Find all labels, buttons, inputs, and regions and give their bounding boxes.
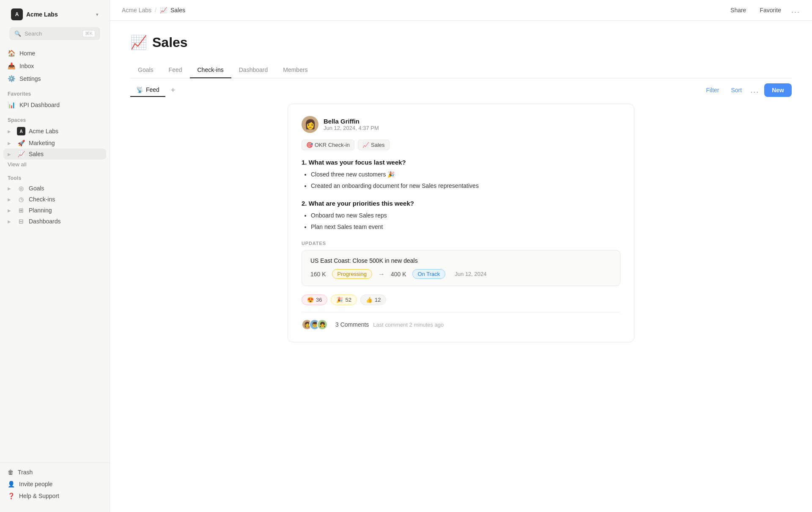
chevron-planning-icon: ▶ — [8, 208, 14, 213]
sidebar-item-home-label: Home — [19, 50, 35, 57]
sidebar-item-dashboards[interactable]: ▶ ⊟ Dashboards — [3, 216, 106, 227]
progress-end: 400 K — [391, 271, 406, 278]
sidebar-item-inbox[interactable]: 📥 Inbox — [3, 60, 106, 72]
tag-sales[interactable]: 📈 Sales — [358, 140, 390, 150]
reaction-celebrate-button[interactable]: 🎉 52 — [331, 295, 357, 305]
chevron-dashboards-icon: ▶ — [8, 219, 14, 224]
sidebar-item-sales[interactable]: ▶ 📈 Sales — [3, 149, 106, 160]
progress-start: 160 K — [310, 271, 326, 278]
search-placeholder: Search — [25, 30, 79, 37]
chevron-acme-labs-icon: ▶ — [8, 129, 14, 134]
dashboards-icon: ⊟ — [17, 218, 25, 225]
sidebar-item-kpi-dashboard[interactable]: 📊 KPI Dashboard — [3, 99, 106, 111]
sidebar-item-home[interactable]: 🏠 Home — [3, 47, 106, 60]
reaction-thumbsup-count: 12 — [375, 297, 381, 303]
tag-okr-emoji: 🎯 — [306, 142, 313, 148]
question-2-block: 2. What are your priorities this week? O… — [302, 200, 620, 231]
add-tab-button[interactable]: + — [167, 84, 179, 96]
spaces-nav: ▶ A Acme Labs ▶ 🚀 Marketing ▶ 📈 Sales — [0, 125, 110, 160]
page-header: 📈 Sales — [130, 34, 792, 50]
tab-members[interactable]: Members — [275, 62, 315, 78]
favorite-button[interactable]: Favorite — [756, 5, 785, 15]
comments-link[interactable]: 3 Comments — [335, 321, 369, 328]
question-1-title: 1. What was your focus last week? — [302, 159, 620, 166]
breadcrumb-page: Sales — [170, 7, 185, 14]
topbar: Acme Labs / 📈 Sales Share Favorite ... — [110, 0, 812, 21]
question-1-block: 1. What was your focus last week? Closed… — [302, 159, 620, 190]
tab-goals[interactable]: Goals — [130, 62, 161, 78]
topbar-actions: Share Favorite ... — [727, 5, 800, 15]
list-item: Created an onboarding document for new S… — [311, 182, 620, 190]
new-button[interactable]: New — [764, 83, 792, 97]
sidebar-item-help-support[interactable]: ❓ Help & Support — [3, 490, 106, 502]
feed-tab-icon: 📡 — [136, 86, 143, 93]
tag-sales-label: Sales — [371, 142, 385, 148]
update-progress: 160 K Progressing → 400 K On Track Jun 1… — [310, 269, 612, 279]
sidebar-item-trash[interactable]: 🗑 Trash — [3, 466, 106, 478]
inbox-icon: 📥 — [8, 62, 15, 70]
sidebar-item-planning[interactable]: ▶ ⊞ Planning — [3, 205, 106, 216]
sidebar-item-checkins[interactable]: ▶ ◷ Check-ins — [3, 194, 106, 205]
tag-okr-label: OKR Check-in — [315, 142, 350, 148]
search-bar[interactable]: 🔍 Search ⌘K — [9, 27, 100, 40]
sidebar: A Acme Labs ▾ 🔍 Search ⌘K 🏠 Home 📥 Inbox… — [0, 0, 110, 512]
chart-icon: 📊 — [8, 101, 15, 109]
search-icon: 🔍 — [14, 30, 21, 37]
sidebar-item-settings-label: Settings — [19, 75, 41, 82]
share-button[interactable]: Share — [727, 5, 749, 15]
comments-section: 👩 👦 👧 3 Comments Last comment 2 minutes … — [302, 312, 620, 330]
progress-date: Jun 12, 2024 — [455, 271, 486, 277]
tag-okr-checkin[interactable]: 🎯 OKR Check-in — [302, 140, 354, 150]
invite-label: Invite people — [19, 481, 52, 487]
more-options-icon[interactable]: ... — [791, 6, 800, 15]
invite-icon: 👤 — [8, 481, 15, 487]
update-item: US East Coast: Close 500K in new deals 1… — [302, 250, 620, 286]
feed-tab[interactable]: 📡 Feed — [130, 83, 165, 97]
workspace-name: Acme Labs — [26, 11, 93, 18]
updates-section: UPDATES US East Coast: Close 500K in new… — [302, 241, 620, 286]
status-badge-progressing: Progressing — [332, 269, 372, 279]
main-content: Acme Labs / 📈 Sales Share Favorite ... 📈… — [110, 0, 812, 512]
page-title: Sales — [152, 35, 188, 50]
subtoolbar: 📡 Feed + Filter Sort ... New — [130, 78, 792, 97]
settings-icon: ⚙️ — [8, 75, 15, 83]
view-all-spaces[interactable]: View all — [0, 160, 110, 169]
goals-label: Goals — [29, 185, 44, 192]
checkins-icon: ◷ — [17, 196, 25, 203]
workspace-chevron-icon: ▾ — [96, 12, 99, 17]
trash-label: Trash — [18, 469, 33, 476]
breadcrumb-separator: / — [155, 7, 156, 14]
sidebar-item-invite-people[interactable]: 👤 Invite people — [3, 478, 106, 490]
sidebar-item-goals[interactable]: ▶ ◎ Goals — [3, 183, 106, 194]
sort-button[interactable]: Sort — [728, 85, 746, 95]
breadcrumb: Acme Labs / 📈 Sales — [122, 7, 185, 14]
workspace-header[interactable]: A Acme Labs ▾ — [7, 5, 103, 24]
reaction-celebrate-count: 52 — [345, 297, 351, 303]
reaction-thumbsup-button[interactable]: 👍 12 — [360, 295, 386, 305]
sidebar-item-marketing[interactable]: ▶ 🚀 Marketing — [3, 138, 106, 149]
sidebar-item-acme-labs[interactable]: ▶ A Acme Labs — [3, 125, 106, 138]
list-item: Onboard two new Sales reps — [311, 211, 620, 220]
updates-label: UPDATES — [302, 241, 620, 246]
reaction-love-button[interactable]: 😍 36 — [302, 295, 327, 305]
tools-label: Tools — [0, 169, 110, 183]
question-2-title: 2. What are your priorities this week? — [302, 200, 620, 207]
chevron-checkins-icon: ▶ — [8, 197, 14, 202]
author-avatar: 👩 — [302, 116, 318, 133]
author-name: Bella Griffin — [324, 118, 379, 125]
comment-avatar-3: 👧 — [317, 319, 328, 330]
page-emoji-icon: 📈 — [130, 34, 147, 50]
reaction-love-emoji: 😍 — [307, 297, 314, 303]
sidebar-bottom: 🗑 Trash 👤 Invite people ❓ Help & Support — [0, 462, 110, 505]
tab-dashboard[interactable]: Dashboard — [231, 62, 276, 78]
tab-feed[interactable]: Feed — [161, 62, 190, 78]
chevron-goals-icon: ▶ — [8, 186, 14, 191]
sidebar-item-settings[interactable]: ⚙️ Settings — [3, 72, 106, 85]
kpi-dashboard-label: KPI Dashboard — [19, 102, 60, 108]
filter-button[interactable]: Filter — [702, 85, 722, 95]
main-tabs: Goals Feed Check-ins Dashboard Members — [130, 62, 792, 78]
subtoolbar-more-icon[interactable]: ... — [750, 86, 759, 95]
tab-checkins[interactable]: Check-ins — [190, 62, 231, 78]
reaction-love-count: 36 — [316, 297, 322, 303]
marketing-label: Marketing — [29, 140, 102, 146]
